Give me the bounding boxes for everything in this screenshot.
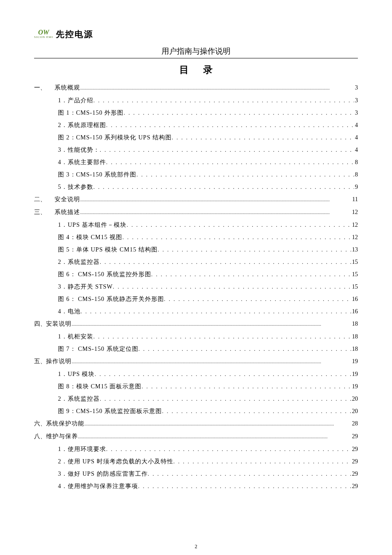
toc-entry-label: 4．电池 xyxy=(46,305,81,318)
toc-leader-dots xyxy=(138,480,351,492)
toc-entry-page: 29 xyxy=(351,430,358,443)
toc-leader-dots xyxy=(93,330,351,343)
toc-entry-label: 图 5：单体 UPS 模块 CM15 结构图 xyxy=(46,243,158,256)
toc-entry-page: 20 xyxy=(351,405,358,417)
toc-entry-page: 16 xyxy=(351,305,358,318)
toc-entry-label: 1．产品介绍 xyxy=(46,94,93,107)
toc-entry-label: 5．技术参数 xyxy=(46,181,93,193)
logo-top-text: OW xyxy=(38,29,49,35)
toc-entry: 四、安装说明18 xyxy=(34,318,358,330)
toc-entry-label: 2．使用 UPS 时须考虑负载的大小及特性 xyxy=(46,455,173,468)
toc-entry-label: 1．机柜安装 xyxy=(46,330,93,343)
page-number: 2 xyxy=(34,492,358,550)
toc-leader-dots xyxy=(80,81,354,94)
toc-leader-dots xyxy=(122,231,351,243)
toc-entry-label: 图 8：模块 CM15 面板示意图 xyxy=(46,380,141,393)
toc-entry: 图 3：CMS-150 系统部件图8 xyxy=(34,168,358,181)
toc-entry-page: 18 xyxy=(351,318,358,330)
toc-entry: 图 6： CMS-150 系统监控外形图15 xyxy=(34,268,358,280)
toc-leader-dots xyxy=(95,368,351,380)
toc-entry-page: 29 xyxy=(351,455,358,468)
toc-entry-page: 20 xyxy=(351,393,358,405)
toc-entry-label: 1．UPS 基本组件－模块 xyxy=(46,219,127,231)
toc-leader-dots xyxy=(113,280,351,293)
toc-leader-dots xyxy=(106,156,354,168)
toc-entry-label: 安装说明 xyxy=(46,318,72,330)
toc-leader-dots xyxy=(138,343,351,355)
toc-entry-label: 图 9：CMS-150 系统监控面板示意图 xyxy=(46,405,162,417)
toc-entry: 1．使用环境要求29 xyxy=(34,443,358,455)
toc-entry-page: 9 xyxy=(354,181,358,193)
toc-entry: 2．系统原理框图4 xyxy=(34,119,358,131)
toc-entry-page: 12 xyxy=(351,231,358,243)
toc-leader-dots xyxy=(78,430,351,443)
toc-entry: 图 9：CMS-150 系统监控面板示意图20 xyxy=(34,405,358,417)
toc-section-number: 一、 xyxy=(34,81,55,94)
toc-entry: 3．静态开关 STSW15 xyxy=(34,280,358,293)
toc-entry-page: 28 xyxy=(351,417,358,430)
toc-entry-page: 3 xyxy=(354,107,358,119)
toc-entry-page: 3 xyxy=(354,94,358,107)
toc-leader-dots xyxy=(106,443,351,455)
brand-name: 先控电源 xyxy=(56,29,93,40)
toc-entry-label: 3．静态开关 STSW xyxy=(46,280,113,293)
toc-entry-page: 12 xyxy=(351,206,358,219)
toc-leader-dots xyxy=(100,256,351,268)
toc-entry: 一、系统概观3 xyxy=(34,81,358,94)
toc-entry: 1．机柜安装18 xyxy=(34,330,358,343)
toc-entry: 三、系统描述12 xyxy=(34,206,358,219)
toc-entry-page: 29 xyxy=(351,443,358,455)
toc-entry: 2．使用 UPS 时须考虑负载的大小及特性29 xyxy=(34,455,358,468)
toc-entry-page: 4 xyxy=(354,131,358,144)
toc-entry: 3．性能优势：4 xyxy=(34,144,358,156)
toc-leader-dots xyxy=(80,193,352,206)
toc-entry-label: 3．性能优势： xyxy=(46,144,100,156)
toc-entry-page: 13 xyxy=(351,243,358,256)
toc-entry-page: 15 xyxy=(351,280,358,293)
toc-entry-label: 2．系统原理框图 xyxy=(46,119,106,131)
toc-entry-page: 16 xyxy=(351,293,358,305)
toc-entry: 1．产品介绍3 xyxy=(34,94,358,107)
toc-leader-dots xyxy=(72,318,351,330)
toc-entry: 图 7： CMS-150 系统定位图18 xyxy=(34,343,358,355)
toc-entry-page: 15 xyxy=(351,256,358,268)
toc-entry-page: 19 xyxy=(351,368,358,380)
toc-leader-dots xyxy=(172,131,354,144)
toc-section-number: 二、 xyxy=(34,193,55,206)
logo-bottom-text: SICON EMI xyxy=(34,35,53,39)
toc-entry-label: 2．系统监控器 xyxy=(46,393,100,405)
toc-entry: 八、维护与保养29 xyxy=(34,430,358,443)
toc-entry-page: 29 xyxy=(351,480,358,492)
toc-entry: 图 2：CMS-150 系列模块化 UPS 结构图4 xyxy=(34,131,358,144)
toc-entry-page: 4 xyxy=(354,144,358,156)
toc-entry-label: 2．系统监控器 xyxy=(46,256,100,268)
toc-leader-dots xyxy=(141,380,351,393)
toc-leader-dots xyxy=(124,107,354,119)
toc-leader-dots xyxy=(80,206,351,219)
toc-entry: 3．做好 UPS 的防感应雷害工作29 xyxy=(34,468,358,480)
toc-leader-dots xyxy=(164,293,351,305)
table-of-contents: 一、系统概观31．产品介绍3图 1：CMS-150 外形图32．系统原理框图4图… xyxy=(34,81,358,492)
toc-leader-dots xyxy=(158,243,351,256)
toc-section-number: 三、 xyxy=(34,206,55,219)
toc-entry-page: 29 xyxy=(351,468,358,480)
toc-entry-page: 19 xyxy=(351,380,358,393)
toc-entry-label: 图 7： CMS-150 系统定位图 xyxy=(46,343,138,355)
toc-entry-page: 8 xyxy=(354,156,358,168)
toc-leader-dots xyxy=(93,181,354,193)
document-subtitle: 用户指南与操作说明 xyxy=(34,45,358,58)
toc-leader-dots xyxy=(173,455,351,468)
toc-entry-label: 1．使用环境要求 xyxy=(46,443,106,455)
toc-entry: 图 1：CMS-150 外形图3 xyxy=(34,107,358,119)
toc-entry-page: 11 xyxy=(352,193,358,206)
document-header: OW SICON EMI 先控电源 xyxy=(34,26,358,45)
toc-entry-label: 4．使用维护与保养注意事项 xyxy=(46,480,138,492)
toc-entry: 5．技术参数9 xyxy=(34,181,358,193)
toc-entry: 4．系统主要部件8 xyxy=(34,156,358,168)
toc-leader-dots xyxy=(136,168,354,181)
toc-section-number: 六、 xyxy=(34,417,46,430)
toc-entry-page: 18 xyxy=(351,330,358,343)
toc-entry-label: 3．做好 UPS 的防感应雷害工作 xyxy=(46,468,148,480)
toc-entry-label: 图 4：模块 CM15 视图 xyxy=(46,231,122,243)
toc-entry-label: 图 3：CMS-150 系统部件图 xyxy=(46,168,136,181)
